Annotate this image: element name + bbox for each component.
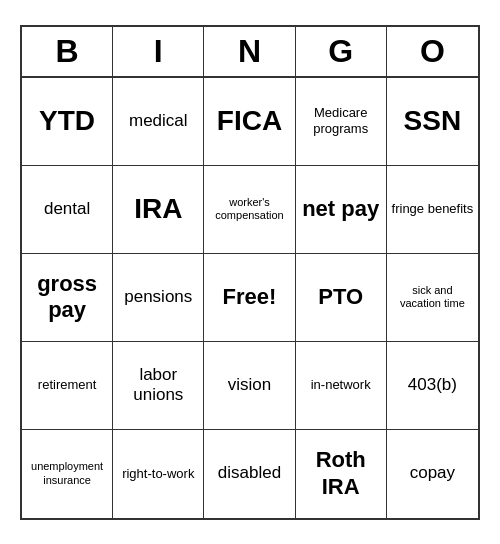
header-letter: N (204, 27, 295, 76)
bingo-cell: in-network (296, 342, 387, 430)
header-letter: O (387, 27, 478, 76)
header-letter: G (296, 27, 387, 76)
bingo-header: BINGO (22, 27, 478, 78)
header-letter: I (113, 27, 204, 76)
cell-text: IRA (134, 192, 182, 226)
bingo-cell: vision (204, 342, 295, 430)
cell-text: YTD (39, 104, 95, 138)
cell-text: fringe benefits (392, 201, 474, 217)
cell-text: labor unions (117, 365, 199, 406)
bingo-cell: Free! (204, 254, 295, 342)
bingo-cell: Roth IRA (296, 430, 387, 518)
bingo-cell: net pay (296, 166, 387, 254)
cell-text: retirement (38, 377, 97, 393)
bingo-cell: pensions (113, 254, 204, 342)
bingo-cell: SSN (387, 78, 478, 166)
bingo-cell: medical (113, 78, 204, 166)
bingo-cell: right-to-work (113, 430, 204, 518)
bingo-cell: PTO (296, 254, 387, 342)
cell-text: Roth IRA (300, 447, 382, 500)
bingo-cell: YTD (22, 78, 113, 166)
cell-text: pensions (124, 287, 192, 307)
bingo-cell: disabled (204, 430, 295, 518)
bingo-cell: fringe benefits (387, 166, 478, 254)
cell-text: 403(b) (408, 375, 457, 395)
bingo-cell: dental (22, 166, 113, 254)
bingo-cell: labor unions (113, 342, 204, 430)
bingo-card: BINGO YTDmedicalFICAMedicare programsSSN… (20, 25, 480, 520)
cell-text: gross pay (26, 271, 108, 324)
bingo-grid: YTDmedicalFICAMedicare programsSSNdental… (22, 78, 478, 518)
cell-text: net pay (302, 196, 379, 222)
cell-text: FICA (217, 104, 282, 138)
cell-text: PTO (318, 284, 363, 310)
cell-text: right-to-work (122, 466, 194, 482)
cell-text: Medicare programs (300, 105, 382, 136)
bingo-cell: Medicare programs (296, 78, 387, 166)
bingo-cell: 403(b) (387, 342, 478, 430)
bingo-cell: worker's compensation (204, 166, 295, 254)
bingo-cell: IRA (113, 166, 204, 254)
cell-text: unemployment insurance (26, 460, 108, 486)
cell-text: dental (44, 199, 90, 219)
cell-text: Free! (223, 284, 277, 310)
bingo-cell: sick and vacation time (387, 254, 478, 342)
header-letter: B (22, 27, 113, 76)
bingo-cell: FICA (204, 78, 295, 166)
bingo-cell: retirement (22, 342, 113, 430)
bingo-cell: gross pay (22, 254, 113, 342)
cell-text: disabled (218, 463, 281, 483)
cell-text: medical (129, 111, 188, 131)
cell-text: SSN (404, 104, 462, 138)
cell-text: copay (410, 463, 455, 483)
cell-text: vision (228, 375, 271, 395)
cell-text: worker's compensation (208, 196, 290, 222)
bingo-cell: copay (387, 430, 478, 518)
bingo-cell: unemployment insurance (22, 430, 113, 518)
cell-text: in-network (311, 377, 371, 393)
cell-text: sick and vacation time (391, 284, 474, 310)
